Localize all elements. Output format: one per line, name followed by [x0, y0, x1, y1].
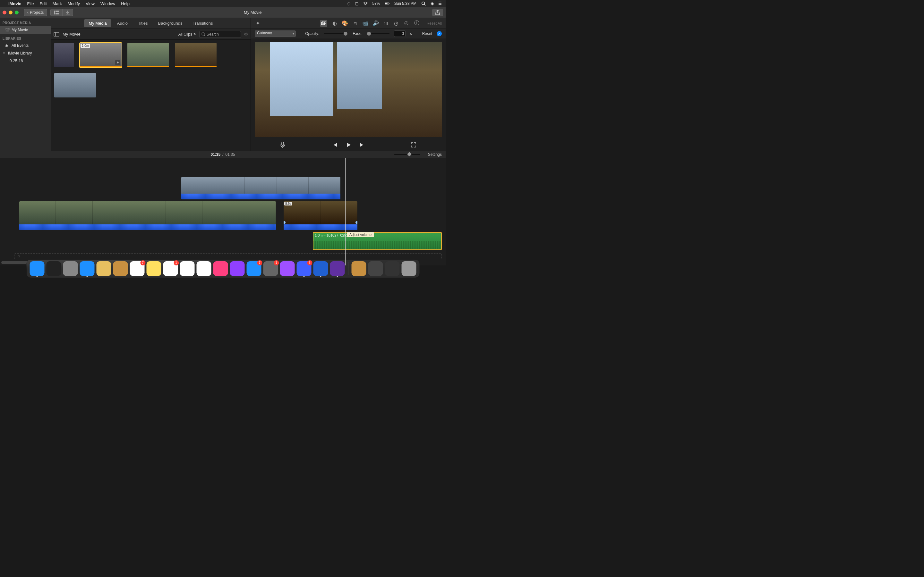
- dock-downloads[interactable]: [351, 261, 366, 276]
- cutaway-clip[interactable]: [181, 177, 341, 199]
- dock-app-notes[interactable]: [146, 261, 161, 276]
- music-clip[interactable]: 1.0m – 101027_0251 Adjust volume: [313, 232, 442, 250]
- timeline-clip[interactable]: [19, 201, 276, 230]
- play-button[interactable]: [346, 142, 351, 148]
- timeline-zoom-slider[interactable]: [394, 154, 420, 155]
- stabilize-icon[interactable]: 📹: [363, 21, 368, 26]
- preview-viewport[interactable]: [255, 42, 442, 137]
- timeline[interactable]: 8.9s 1.0m – 101027_0251 Adjust volume ♫: [0, 158, 446, 266]
- dock-app-maps[interactable]: [180, 261, 194, 276]
- add-clip-icon[interactable]: +: [115, 60, 120, 65]
- tab-transitions[interactable]: Transitions: [188, 19, 217, 27]
- reset-button[interactable]: Reset: [422, 31, 432, 36]
- airplay-icon[interactable]: ▢: [355, 1, 359, 6]
- dock-app-launchpad[interactable]: [63, 261, 78, 276]
- dock-app-word[interactable]: [313, 261, 328, 276]
- clip-thumbnail[interactable]: [54, 43, 74, 67]
- volume-icon[interactable]: 🔊: [373, 21, 379, 26]
- dock-app-contacts[interactable]: [113, 261, 128, 276]
- tab-my-media[interactable]: My Media: [84, 19, 111, 27]
- back-projects-button[interactable]: ‹ Projects: [24, 9, 47, 16]
- sidebar-toggle-icon[interactable]: [53, 32, 59, 37]
- dock-app-calendar[interactable]: 7: [129, 261, 144, 276]
- clip-handle-right[interactable]: [355, 221, 357, 224]
- color-balance-icon[interactable]: ◐: [332, 21, 338, 26]
- wifi-icon[interactable]: [363, 1, 368, 6]
- dock-app-photos[interactable]: [196, 261, 211, 276]
- enhance-wand-icon[interactable]: ✦: [255, 21, 260, 26]
- music-lane[interactable]: ♫: [14, 253, 442, 259]
- next-button[interactable]: [359, 142, 365, 148]
- battery-icon[interactable]: [384, 1, 390, 6]
- prev-button[interactable]: [332, 142, 338, 148]
- clip-thumbnail-selected[interactable]: 1.0m +: [80, 43, 121, 67]
- sidebar-event[interactable]: 9-25-18: [0, 57, 51, 65]
- dock-app-safari[interactable]: [79, 261, 94, 276]
- siri-icon[interactable]: ◉: [431, 1, 434, 6]
- minimize-button[interactable]: [9, 11, 13, 15]
- menu-mark[interactable]: Mark: [53, 1, 62, 6]
- disclosure-triangle-icon[interactable]: ▼: [3, 52, 5, 55]
- filter-icon[interactable]: ⦾: [404, 21, 409, 26]
- menu-edit[interactable]: Edit: [39, 1, 47, 6]
- search-input[interactable]: Search: [199, 31, 241, 38]
- sidebar-library[interactable]: ▼ iMovie Library: [0, 49, 51, 57]
- dock-app-preferences[interactable]: 1: [263, 261, 278, 276]
- menu-modify[interactable]: Modify: [68, 1, 80, 6]
- share-button[interactable]: [432, 9, 443, 16]
- eq-icon[interactable]: ⫾⫾: [383, 21, 389, 26]
- fullscreen-icon[interactable]: [411, 142, 416, 147]
- menu-help[interactable]: Help: [121, 1, 129, 6]
- overlay-mode-select[interactable]: Cutaway ▾: [255, 31, 296, 37]
- battery-percent[interactable]: 57%: [373, 1, 380, 6]
- timeline-settings-button[interactable]: Settings: [428, 152, 442, 157]
- app-menu[interactable]: iMovie: [8, 1, 21, 6]
- speed-icon[interactable]: ◷: [393, 21, 399, 26]
- clock[interactable]: Sun 5:38 PM: [394, 1, 417, 6]
- cloud-icon[interactable]: ◌: [347, 1, 351, 6]
- close-button[interactable]: [3, 11, 6, 15]
- info-icon[interactable]: ⓘ: [414, 21, 420, 26]
- zoom-button[interactable]: [15, 11, 19, 15]
- dock-app-itunes[interactable]: [213, 261, 228, 276]
- color-wheel-icon[interactable]: 🎨: [342, 21, 348, 26]
- apply-checkmark-icon[interactable]: ✓: [437, 31, 442, 36]
- dock-folder2[interactable]: [384, 261, 399, 276]
- clip-filter-dropdown[interactable]: All Clips ⇅: [178, 32, 196, 37]
- dock-app-siri[interactable]: [46, 261, 61, 276]
- dock-trash[interactable]: [401, 261, 416, 276]
- notification-icon[interactable]: ☰: [438, 1, 442, 6]
- sidebar-all-events[interactable]: ✱ All Events: [0, 42, 51, 49]
- spotlight-icon[interactable]: [421, 1, 426, 6]
- dock-app-messages[interactable]: [280, 261, 294, 276]
- voiceover-mic-icon[interactable]: [280, 142, 285, 148]
- clip-thumbnail[interactable]: [128, 43, 169, 67]
- dock-app-finder[interactable]: [29, 261, 44, 276]
- menu-file[interactable]: File: [27, 1, 34, 6]
- dock-app-podcasts[interactable]: [230, 261, 244, 276]
- import-button[interactable]: [62, 9, 73, 16]
- reset-all-button[interactable]: Reset All: [427, 21, 442, 26]
- tab-titles[interactable]: Titles: [134, 19, 152, 27]
- browser-settings-icon[interactable]: ⚙: [244, 32, 248, 37]
- dock-app-teams[interactable]: 3: [296, 261, 311, 276]
- dock-app-mail[interactable]: [96, 261, 111, 276]
- dock-folder1[interactable]: [368, 261, 383, 276]
- menu-view[interactable]: View: [86, 1, 95, 6]
- tab-backgrounds[interactable]: Backgrounds: [153, 19, 187, 27]
- view-mode-filmstrip[interactable]: [50, 9, 62, 16]
- clip-thumbnail[interactable]: [54, 73, 96, 97]
- fade-value-input[interactable]: [394, 31, 405, 37]
- dock-app-appstore[interactable]: 7: [246, 261, 261, 276]
- menu-window[interactable]: Window: [100, 1, 115, 6]
- fade-slider[interactable]: [367, 33, 389, 34]
- timeline-clip-short[interactable]: 8.9s: [284, 201, 357, 230]
- opacity-slider[interactable]: [324, 33, 348, 34]
- clip-thumbnail[interactable]: [175, 43, 216, 67]
- sidebar-project-item[interactable]: 🎬 My Movie: [0, 26, 51, 34]
- tab-audio[interactable]: Audio: [113, 19, 132, 27]
- overlay-tool-icon[interactable]: [320, 20, 327, 27]
- playhead[interactable]: [345, 158, 346, 266]
- dock-app-reminders[interactable]: 1: [163, 261, 178, 276]
- dock-app-imovie[interactable]: [330, 261, 344, 276]
